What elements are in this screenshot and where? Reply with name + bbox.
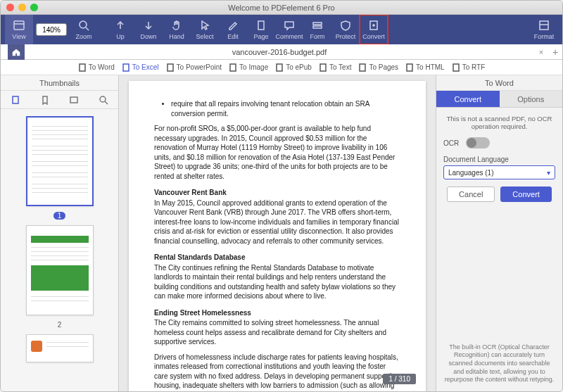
page-tool[interactable]: Page (247, 15, 275, 44)
new-tab-button[interactable]: + (548, 46, 562, 58)
note-icon (69, 95, 79, 105)
ocr-label: OCR (443, 139, 459, 147)
shield-icon (339, 19, 352, 32)
down-arrow-icon (142, 19, 155, 32)
thumbnail-page-2[interactable] (26, 225, 94, 315)
svg-rect-12 (167, 64, 173, 71)
ocr-toggle[interactable] (466, 137, 490, 148)
main-toolbar: View Zoom Up Down Hand Select Edit Page … (1, 15, 562, 44)
window-title: Welcome to PDFelement 6 Pro (1, 4, 562, 12)
zoom-input[interactable] (36, 23, 67, 36)
convert-subtoolbar: To Word To Excel To PowerPoint To Image … (1, 60, 562, 75)
home-tab[interactable] (8, 44, 25, 60)
doc-icon (166, 63, 175, 72)
svg-line-3 (86, 27, 89, 30)
to-pages-button[interactable]: To Pages (358, 63, 398, 72)
view-tool[interactable]: View (5, 15, 33, 44)
convert-button[interactable]: Convert (500, 186, 552, 202)
thumbnails-tab[interactable] (1, 91, 30, 108)
cancel-button[interactable]: Cancel (447, 186, 495, 202)
svg-rect-0 (14, 21, 24, 30)
pdf-page: require that all repairs involving tenan… (129, 81, 426, 391)
form-tool[interactable]: Form (303, 15, 331, 44)
svg-rect-8 (540, 21, 548, 30)
doc-icon (275, 63, 284, 72)
search-tab[interactable] (89, 91, 118, 108)
body-text: For non-profit SROs, a $5,000-per-door g… (154, 124, 400, 181)
body-text: require that all repairs involving tenan… (171, 99, 400, 118)
document-view[interactable]: require that all repairs involving tenan… (119, 75, 436, 391)
cursor-icon (198, 19, 211, 32)
zoom-icon (77, 19, 90, 32)
convert-tab[interactable]: Convert (436, 91, 500, 107)
page-icon (255, 19, 267, 32)
view-icon (13, 19, 25, 32)
thumbnail-label-2: 2 (58, 321, 62, 329)
svg-rect-4 (258, 21, 264, 30)
format-icon (538, 19, 550, 32)
heading: Rental Standards Database (154, 253, 400, 263)
svg-rect-20 (70, 97, 77, 103)
edit-tool[interactable]: Edit (219, 15, 247, 44)
bookmarks-tab[interactable] (30, 91, 60, 108)
to-excel-button[interactable]: To Excel (122, 63, 159, 72)
close-tab-button[interactable]: × (534, 48, 548, 56)
document-tabbar: vancouver-2016-budget.pdf × + (1, 44, 562, 60)
protect-tool[interactable]: Protect (331, 15, 360, 44)
body-text: The City continues refining the Rental S… (154, 263, 400, 301)
comment-icon (283, 19, 296, 32)
to-image-button[interactable]: To Image (229, 63, 268, 72)
thumbnail-label-1: 1 (53, 212, 66, 220)
page-icon (11, 95, 20, 105)
svg-rect-6 (313, 26, 322, 28)
up-arrow-icon (114, 19, 127, 32)
language-select[interactable]: Languages (1) (443, 165, 555, 179)
convert-tool[interactable]: Convert (360, 15, 388, 44)
thumbnails-list[interactable]: 1 2 (1, 109, 118, 391)
convert-icon (367, 19, 380, 32)
zoom-control (36, 23, 67, 36)
thumbnail-page-3[interactable] (26, 334, 94, 362)
to-rtf-button[interactable]: To RTF (452, 63, 486, 72)
heading: Vancouver Rent Bank (154, 188, 400, 198)
annotations-tab[interactable] (60, 91, 89, 108)
format-tool[interactable]: Format (530, 15, 558, 44)
hand-tool[interactable]: Hand (163, 15, 191, 44)
body-text: Drivers of homelessness include discharg… (154, 353, 400, 392)
svg-rect-13 (230, 64, 236, 71)
to-powerpoint-button[interactable]: To PowerPoint (166, 63, 222, 72)
options-tab[interactable]: Options (500, 91, 563, 107)
thumbnails-panel: Thumbnails 1 2 (1, 75, 119, 391)
to-epub-button[interactable]: To ePub (275, 63, 312, 72)
select-tool[interactable]: Select (191, 15, 219, 44)
svg-rect-18 (453, 64, 459, 71)
scan-status-message: This is not a scanned PDF, no OCR operat… (443, 115, 555, 130)
bookmark-icon (40, 95, 50, 105)
thumbnails-title: Thumbnails (1, 75, 118, 91)
doc-icon (358, 63, 367, 72)
sidepanel-title: To Word (436, 75, 562, 91)
to-text-button[interactable]: To Text (319, 63, 352, 72)
to-word-button[interactable]: To Word (78, 63, 115, 72)
doc-icon (319, 63, 327, 72)
edit-icon (227, 19, 239, 32)
svg-point-21 (100, 96, 106, 102)
zoom-tool[interactable]: Zoom (70, 15, 98, 44)
document-tab[interactable]: vancouver-2016-budget.pdf (25, 48, 534, 56)
home-icon (11, 47, 21, 57)
titlebar: Welcome to PDFelement 6 Pro (1, 1, 562, 15)
page-indicator[interactable]: 1 / 310 (383, 374, 416, 384)
down-tool[interactable]: Down (134, 15, 163, 44)
svg-rect-16 (360, 64, 365, 71)
svg-rect-14 (277, 64, 282, 71)
comment-tool[interactable]: Comment (275, 15, 303, 44)
up-tool[interactable]: Up (106, 15, 134, 44)
to-html-button[interactable]: To HTML (405, 63, 445, 72)
thumbnail-page-1[interactable] (26, 116, 94, 206)
doc-icon (122, 63, 130, 72)
svg-rect-15 (320, 64, 326, 71)
svg-line-22 (105, 101, 108, 104)
body-text: The City remains committed to solving st… (154, 318, 400, 347)
svg-point-2 (80, 21, 87, 28)
doc-icon (78, 63, 87, 72)
